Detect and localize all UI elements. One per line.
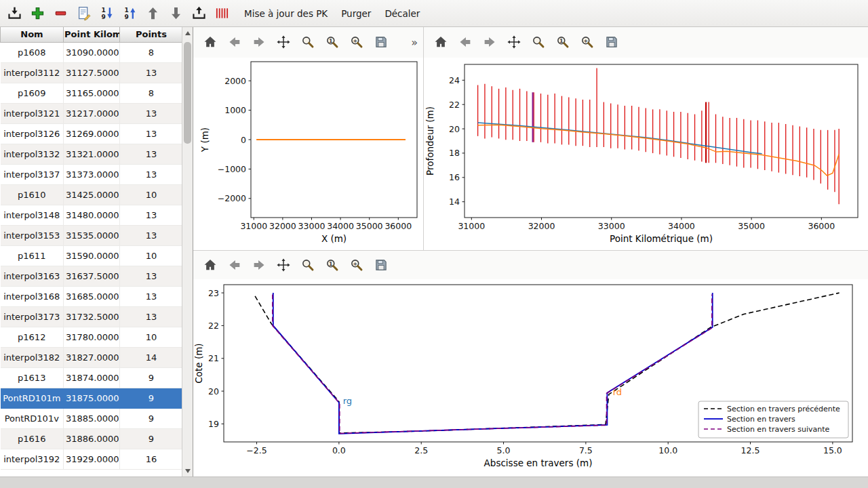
cell-pk[interactable]: 31321.0000	[64, 144, 120, 164]
table-row[interactable]: interpol315331535.000013	[1, 225, 183, 245]
cell-nom[interactable]: interpol3168	[1, 286, 64, 306]
cell-nom[interactable]: interpol3126	[1, 123, 64, 144]
plan-view-plot[interactable]: 310003200033000340003500036000−2000−1000…	[193, 58, 423, 250]
zoom-plus-button[interactable]: +	[348, 257, 365, 274]
cell-pk[interactable]: 31886.0000	[64, 428, 120, 449]
zoom-button[interactable]	[530, 34, 547, 51]
cell-points[interactable]: 14	[120, 347, 183, 367]
zoom-1-button[interactable]: 1	[554, 34, 571, 51]
update-pk-marks-button[interactable]	[212, 3, 233, 24]
cell-nom[interactable]: interpol3112	[1, 62, 64, 83]
import-button[interactable]	[4, 3, 25, 24]
table-row[interactable]: p161331874.00009	[1, 367, 183, 388]
cell-nom[interactable]: PontRD101m	[1, 388, 64, 408]
pan-button[interactable]	[505, 34, 522, 51]
pan-button[interactable]	[275, 34, 292, 51]
cell-points[interactable]: 9	[120, 367, 183, 388]
column-header-point-kilometrique[interactable]: Point Kilométrique	[64, 27, 120, 42]
pan-button[interactable]	[275, 257, 292, 274]
cell-points[interactable]: 13	[120, 266, 183, 286]
table-row[interactable]: PontRD101v31885.00009	[1, 408, 183, 428]
cell-points[interactable]: 13	[120, 144, 183, 164]
table-row[interactable]: interpol311231127.500013	[1, 62, 183, 83]
table-row[interactable]: p161131590.000010	[1, 245, 183, 266]
zoom-1-button[interactable]: 1	[323, 34, 340, 51]
scrollbar-thumb[interactable]	[184, 42, 191, 144]
home-button[interactable]	[201, 257, 218, 274]
cell-nom[interactable]: p1613	[1, 367, 64, 388]
cell-nom[interactable]: interpol3182	[1, 347, 64, 367]
table-row[interactable]: interpol312631269.000013	[1, 123, 183, 144]
menu-decaler[interactable]: Décaler	[378, 5, 426, 22]
cell-pk[interactable]: 31425.0000	[64, 184, 120, 205]
cell-pk[interactable]: 31685.0000	[64, 286, 120, 306]
zoom-plus-button[interactable]: +	[578, 34, 595, 51]
delete-profile-button[interactable]	[50, 3, 71, 24]
sort-descending-button[interactable]: 19	[96, 3, 117, 24]
cell-points[interactable]: 13	[120, 205, 183, 225]
column-header-points[interactable]: Points	[120, 27, 183, 42]
cell-points[interactable]: 9	[120, 388, 183, 408]
save-button[interactable]	[372, 34, 389, 51]
cell-nom[interactable]: PontRD101v	[1, 408, 64, 428]
cell-pk[interactable]: 31127.5000	[64, 62, 120, 83]
table-row[interactable]: p160931165.00008	[1, 83, 183, 103]
sort-ascending-button[interactable]: 19	[119, 3, 140, 24]
cell-pk[interactable]: 31590.0000	[64, 245, 120, 266]
cell-pk[interactable]: 31732.5000	[64, 306, 120, 327]
cell-pk[interactable]: 31929.0000	[64, 449, 120, 469]
forward-button[interactable]	[250, 257, 267, 274]
add-profile-button[interactable]	[27, 3, 48, 24]
cell-nom[interactable]: p1608	[1, 42, 64, 62]
cell-nom[interactable]: interpol3192	[1, 449, 64, 469]
cell-nom[interactable]: interpol3137	[1, 164, 64, 184]
table-row[interactable]: interpol313231321.000013	[1, 144, 183, 164]
back-button[interactable]	[226, 34, 243, 51]
table-row[interactable]: p160831090.00008	[1, 42, 183, 62]
export-button[interactable]	[189, 3, 210, 24]
cell-nom[interactable]: p1616	[1, 428, 64, 449]
longitudinal-profile-plot[interactable]: 3100032000330003400035000360001416182022…	[424, 58, 868, 250]
cell-points[interactable]: 13	[120, 62, 183, 83]
scrollbar-down-button[interactable]	[182, 466, 193, 476]
cell-nom[interactable]: p1611	[1, 245, 64, 266]
cell-points[interactable]: 13	[120, 123, 183, 144]
cell-pk[interactable]: 31373.0000	[64, 164, 120, 184]
zoom-button[interactable]	[299, 257, 316, 274]
cell-pk[interactable]: 31875.0000	[64, 388, 120, 408]
table-row[interactable]: interpol316831685.000013	[1, 286, 183, 306]
cell-nom[interactable]: interpol3173	[1, 306, 64, 327]
cell-pk[interactable]: 31637.5000	[64, 266, 120, 286]
home-button[interactable]	[432, 34, 449, 51]
cell-nom[interactable]: p1610	[1, 184, 64, 205]
edit-profile-button[interactable]	[73, 3, 94, 24]
table-row[interactable]: PontRD101m31875.00009	[1, 388, 183, 408]
cell-points[interactable]: 9	[120, 428, 183, 449]
table-row[interactable]: interpol312131217.000013	[1, 103, 183, 123]
cell-points[interactable]: 13	[120, 286, 183, 306]
table-row[interactable]: interpol318231827.000014	[1, 347, 183, 367]
menu-purger[interactable]: Purger	[335, 5, 377, 22]
table-row[interactable]: interpol313731373.000013	[1, 164, 183, 184]
cell-pk[interactable]: 31535.0000	[64, 225, 120, 245]
table-row[interactable]: interpol314831480.000013	[1, 205, 183, 225]
table-scrollbar[interactable]	[182, 27, 193, 476]
cell-pk[interactable]: 31780.0000	[64, 327, 120, 347]
cell-pk[interactable]: 31090.0000	[64, 42, 120, 62]
move-down-button[interactable]	[165, 3, 186, 24]
cell-nom[interactable]: interpol3148	[1, 205, 64, 225]
cell-points[interactable]: 13	[120, 164, 183, 184]
table-row[interactable]: p161631886.00009	[1, 428, 183, 449]
cell-points[interactable]: 8	[120, 83, 183, 103]
scrollbar-up-button[interactable]	[182, 28, 193, 38]
column-header-nom[interactable]: Nom	[1, 27, 64, 42]
table-row[interactable]: interpol317331732.500013	[1, 306, 183, 327]
forward-button[interactable]	[250, 34, 267, 51]
cell-points[interactable]: 9	[120, 408, 183, 428]
table-row[interactable]: p161031425.000010	[1, 184, 183, 205]
cell-nom[interactable]: p1612	[1, 327, 64, 347]
back-button[interactable]	[226, 257, 243, 274]
cross-section-plot[interactable]: −2.50.02.55.07.510.012.515.01920212223Ab…	[193, 279, 868, 476]
cell-nom[interactable]: interpol3163	[1, 266, 64, 286]
table-row[interactable]: interpol316331637.500013	[1, 266, 183, 286]
